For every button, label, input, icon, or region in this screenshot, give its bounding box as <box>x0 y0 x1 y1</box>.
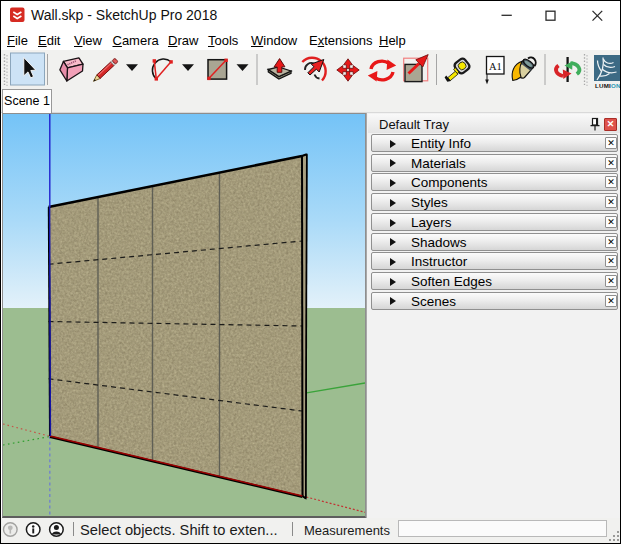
svg-text:A1: A1 <box>489 61 502 72</box>
